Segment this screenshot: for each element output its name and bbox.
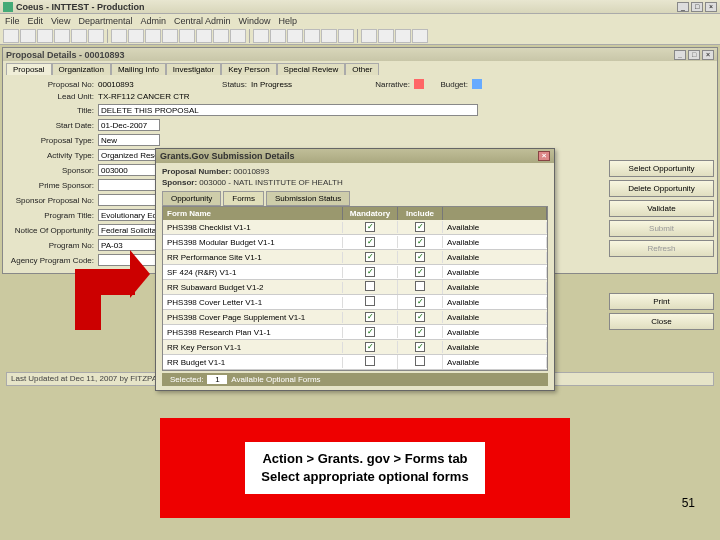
tab-keyperson[interactable]: Key Person bbox=[221, 63, 276, 75]
include-checkbox[interactable]: ✓ bbox=[415, 252, 425, 262]
program-title-field[interactable] bbox=[98, 209, 160, 221]
toolbar-button[interactable] bbox=[304, 29, 320, 43]
maximize-button[interactable]: □ bbox=[691, 2, 703, 12]
toolbar-button[interactable] bbox=[196, 29, 212, 43]
tab-investigator[interactable]: Investigator bbox=[166, 63, 221, 75]
mandatory-checkbox[interactable]: ✓ bbox=[365, 342, 375, 352]
mandatory-checkbox[interactable]: ✓ bbox=[365, 237, 375, 247]
toolbar-button[interactable] bbox=[287, 29, 303, 43]
mandatory-checkbox[interactable] bbox=[365, 281, 375, 291]
grid-row[interactable]: PHS398 Cover Letter V1-1✓Available bbox=[163, 295, 547, 310]
toolbar-button[interactable] bbox=[145, 29, 161, 43]
grid-row[interactable]: PHS398 Research Plan V1-1✓✓Available bbox=[163, 325, 547, 340]
toolbar-button[interactable] bbox=[54, 29, 70, 43]
menu-departmental[interactable]: Departmental bbox=[78, 16, 132, 26]
menu-edit[interactable]: Edit bbox=[28, 16, 44, 26]
include-checkbox[interactable]: ✓ bbox=[415, 222, 425, 232]
toolbar-button[interactable] bbox=[378, 29, 394, 43]
dialog-close-button[interactable]: × bbox=[538, 151, 550, 161]
grid-row[interactable]: PHS398 Checklist V1-1✓✓Available bbox=[163, 220, 547, 235]
type-field[interactable] bbox=[98, 134, 160, 146]
toolbar-button[interactable] bbox=[20, 29, 36, 43]
refresh-button[interactable]: Refresh bbox=[609, 240, 714, 257]
prime-sponsor-label: Prime Sponsor: bbox=[9, 181, 94, 190]
close-dialog-button[interactable]: Close bbox=[609, 313, 714, 330]
submit-button[interactable]: Submit bbox=[609, 220, 714, 237]
sub-maximize-button[interactable]: □ bbox=[688, 50, 700, 60]
page-number: 51 bbox=[682, 496, 695, 510]
menu-central-admin[interactable]: Central Admin bbox=[174, 16, 231, 26]
include-checkbox[interactable]: ✓ bbox=[415, 327, 425, 337]
mandatory-checkbox[interactable]: ✓ bbox=[365, 267, 375, 277]
toolbar-button[interactable] bbox=[179, 29, 195, 43]
toolbar-button[interactable] bbox=[128, 29, 144, 43]
toolbar-button[interactable] bbox=[162, 29, 178, 43]
tab-forms[interactable]: Forms bbox=[223, 191, 264, 206]
form-name: RR Budget V1-1 bbox=[163, 357, 343, 368]
toolbar-button[interactable] bbox=[270, 29, 286, 43]
activity-field[interactable] bbox=[98, 149, 160, 161]
grid-row[interactable]: RR Budget V1-1Available bbox=[163, 355, 547, 370]
tab-opportunity[interactable]: Opportunity bbox=[162, 191, 221, 206]
mandatory-checkbox[interactable]: ✓ bbox=[365, 312, 375, 322]
grid-row[interactable]: RR Subaward Budget V1-2Available bbox=[163, 280, 547, 295]
menu-help[interactable]: Help bbox=[278, 16, 297, 26]
tab-proposal[interactable]: Proposal bbox=[6, 63, 52, 75]
validate-button[interactable]: Validate bbox=[609, 200, 714, 217]
agency-field[interactable] bbox=[98, 254, 160, 266]
mandatory-checkbox[interactable]: ✓ bbox=[365, 252, 375, 262]
sub-close-button[interactable]: × bbox=[702, 50, 714, 60]
tab-specialreview[interactable]: Special Review bbox=[277, 63, 346, 75]
grid-row[interactable]: RR Key Person V1-1✓✓Available bbox=[163, 340, 547, 355]
toolbar-button[interactable] bbox=[37, 29, 53, 43]
tab-mailing[interactable]: Mailing Info bbox=[111, 63, 166, 75]
title-field[interactable] bbox=[98, 104, 478, 116]
sub-minimize-button[interactable]: _ bbox=[674, 50, 686, 60]
sp-prop-field[interactable] bbox=[98, 194, 160, 206]
grid-row[interactable]: PHS398 Cover Page Supplement V1-1✓✓Avail… bbox=[163, 310, 547, 325]
menu-file[interactable]: File bbox=[5, 16, 20, 26]
grid-row[interactable]: PHS398 Modular Budget V1-1✓✓Available bbox=[163, 235, 547, 250]
select-opportunity-button[interactable]: Select Opportunity bbox=[609, 160, 714, 177]
mandatory-checkbox[interactable]: ✓ bbox=[365, 222, 375, 232]
toolbar-button[interactable] bbox=[361, 29, 377, 43]
include-checkbox[interactable]: ✓ bbox=[415, 237, 425, 247]
toolbar-button[interactable] bbox=[213, 29, 229, 43]
menu-view[interactable]: View bbox=[51, 16, 70, 26]
print-button[interactable]: Print bbox=[609, 293, 714, 310]
mandatory-checkbox[interactable]: ✓ bbox=[365, 327, 375, 337]
menu-admin[interactable]: Admin bbox=[140, 16, 166, 26]
tab-organization[interactable]: Organization bbox=[52, 63, 111, 75]
toolbar-button[interactable] bbox=[71, 29, 87, 43]
toolbar-button[interactable] bbox=[3, 29, 19, 43]
mandatory-checkbox[interactable] bbox=[365, 356, 375, 366]
close-button[interactable]: × bbox=[705, 2, 717, 12]
tab-submission-status[interactable]: Submission Status bbox=[266, 191, 350, 206]
delete-opportunity-button[interactable]: Delete Opportunity bbox=[609, 180, 714, 197]
toolbar-button[interactable] bbox=[230, 29, 246, 43]
toolbar-button[interactable] bbox=[253, 29, 269, 43]
toolbar-button[interactable] bbox=[88, 29, 104, 43]
sponsor-field[interactable] bbox=[98, 164, 160, 176]
prime-sponsor-field[interactable] bbox=[98, 179, 160, 191]
toolbar-button[interactable] bbox=[111, 29, 127, 43]
include-checkbox[interactable]: ✓ bbox=[415, 297, 425, 307]
menu-window[interactable]: Window bbox=[238, 16, 270, 26]
include-checkbox[interactable] bbox=[415, 281, 425, 291]
mandatory-checkbox[interactable] bbox=[365, 296, 375, 306]
include-checkbox[interactable]: ✓ bbox=[415, 267, 425, 277]
start-date-field[interactable] bbox=[98, 119, 160, 131]
toolbar-button[interactable] bbox=[321, 29, 337, 43]
include-checkbox[interactable]: ✓ bbox=[415, 342, 425, 352]
include-checkbox[interactable] bbox=[415, 356, 425, 366]
grid-row[interactable]: RR Performance Site V1-1✓✓Available bbox=[163, 250, 547, 265]
program-no-field[interactable] bbox=[98, 239, 160, 251]
notice-field[interactable] bbox=[98, 224, 160, 236]
minimize-button[interactable]: _ bbox=[677, 2, 689, 12]
toolbar-button[interactable] bbox=[395, 29, 411, 43]
tab-other[interactable]: Other bbox=[345, 63, 379, 75]
toolbar-button[interactable] bbox=[338, 29, 354, 43]
toolbar-button[interactable] bbox=[412, 29, 428, 43]
grid-row[interactable]: SF 424 (R&R) V1-1✓✓Available bbox=[163, 265, 547, 280]
include-checkbox[interactable]: ✓ bbox=[415, 312, 425, 322]
